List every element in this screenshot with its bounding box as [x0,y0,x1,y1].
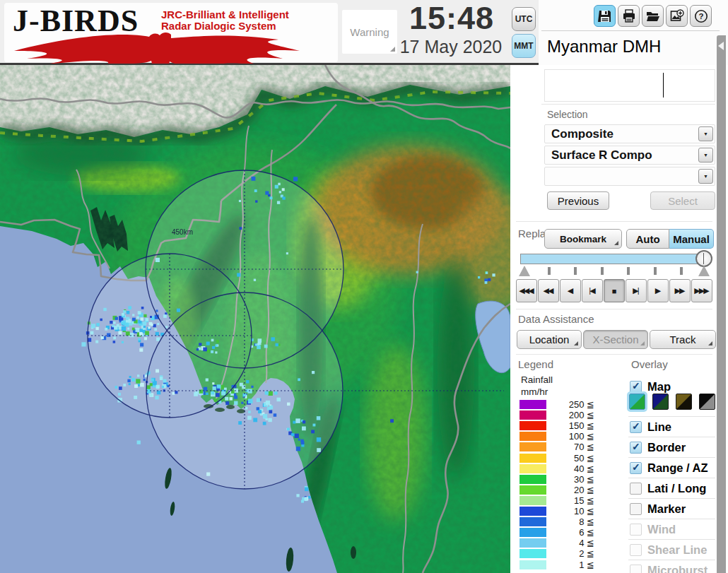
legend-threshold-label: 200 ≦ [549,410,594,420]
replay-timeline-track[interactable] [520,254,705,264]
map-style-swatch-3[interactable] [676,394,692,410]
timeline-end-marker[interactable] [698,266,710,276]
checkbox-lati-long[interactable] [630,483,642,495]
panel-collapse-strip[interactable] [717,35,726,573]
checkbox-range-az[interactable]: ✓ [630,462,642,474]
overlay-row-marker: Marker [628,498,715,519]
legend-threshold-label: 4 ≦ [549,538,594,548]
map-style-swatch-1[interactable] [629,394,645,410]
overlay-row-shear-line: Shear Line [628,539,715,560]
checkbox-shear-line [630,544,642,556]
message-area[interactable] [544,69,715,102]
legend-threshold-label: 10 ≦ [549,506,594,516]
checkbox-marker[interactable] [630,503,642,515]
radar-map[interactable]: 450km [0,65,510,573]
print-icon [622,9,636,23]
previous-button[interactable]: Previous [547,191,609,210]
dropdown-product-option-arrow-button[interactable]: ▼ [698,169,713,184]
dropdown-product-group[interactable]: Composite▼ [544,124,715,143]
separator [541,104,715,105]
legend-threshold-label: 70 ≦ [549,442,594,452]
clock-date: 17 May 2020 [387,37,515,57]
checkbox-wind [630,524,642,536]
checkbox-line[interactable]: ✓ [630,421,642,433]
dropdown-product-value: Surface R Compo [551,146,652,164]
add-image-button[interactable] [666,5,688,27]
help-button[interactable]: ? [690,5,712,27]
overlay-label: Line [647,420,671,434]
check-icon: ✓ [632,441,640,452]
legend-color-swatch [519,538,546,548]
collapse-arrow-icon [718,42,724,50]
x-section-button[interactable]: X-Section [583,330,648,349]
legend-unit-line2: mm/hr [521,386,548,397]
open-folder-button[interactable] [642,5,664,27]
legend-threshold-label: 8 ≦ [549,516,594,527]
legend-threshold-label: 40 ≦ [549,463,594,474]
legend-color-swatch [519,560,546,569]
map-style-swatch-2[interactable] [652,394,669,410]
overlay-section-label: Overlay [631,358,668,370]
toolbar: ? [594,5,712,27]
playback-controls: ◀◀◀◀◀◀|◀■▶|▶▶▶▶▶▶ [516,279,712,302]
legend-threshold-label: 6 ≦ [549,527,594,538]
fast-rewind-button[interactable]: ◀◀ [538,279,559,302]
previous-label: Previous [558,195,599,207]
check-icon: ✓ [632,461,640,473]
timeline-tick [601,267,604,275]
timeline-tick [548,267,551,275]
jbirds-app: J-BIRDS JRC-Brilliant & Intelligent Rada… [0,0,728,573]
stop-button[interactable]: ■ [604,279,625,302]
timezone-switch: UTCMMT [512,7,536,61]
header-right: ? Myanmar DMH [539,0,728,65]
legend-color-swatch [519,432,546,441]
dropdown-product-option[interactable]: ▼ [544,167,715,186]
play-button[interactable]: ▶ [647,279,669,302]
legend-threshold-label: 15 ≦ [549,495,594,506]
save-button[interactable] [594,5,616,27]
timeline-start-marker[interactable] [519,266,530,276]
check-icon: ✓ [632,420,640,432]
dropdown-product-group-arrow-button[interactable]: ▼ [698,126,713,141]
text-caret [663,73,664,98]
replay-timeline-thumb[interactable] [695,250,712,267]
checkbox-map[interactable]: ✓ [630,381,642,393]
legend-threshold-label: 150 ≦ [549,420,594,431]
checkbox-border[interactable]: ✓ [630,442,642,454]
select-button[interactable]: Select [650,191,715,210]
clock-time: 15:48 [393,0,510,37]
mmt-button[interactable]: MMT [512,34,536,58]
step-forward-button[interactable]: ▶| [626,279,647,302]
bookmark-button[interactable]: Bookmark [544,229,622,249]
location-button[interactable]: Location [517,330,582,349]
auto-button[interactable]: Auto [626,229,669,249]
print-button[interactable] [618,5,640,27]
manual-button[interactable]: Manual [669,229,714,249]
app-logo: J-BIRDS JRC-Brilliant & Intelligent Rada… [4,3,338,62]
add-image-icon [670,9,684,23]
toolbar-separator [541,30,720,31]
dropdown-product[interactable]: Surface R Compo▼ [544,146,715,165]
timeline-tick [680,267,683,275]
jump-to-end-button[interactable]: ▶▶▶ [691,279,712,302]
track-button[interactable]: Track [650,330,716,349]
overlay-label: Lati / Long [647,482,706,495]
play-reverse-button[interactable]: ◀ [560,279,581,302]
fast-forward-button[interactable]: ▶▶ [669,279,691,302]
jump-to-start-button[interactable]: ◀◀◀ [516,279,537,302]
separator [516,221,712,222]
step-back-button[interactable]: |◀ [582,279,603,302]
map-style-swatch-4[interactable] [699,394,715,410]
overlay-label: Range / AZ [647,461,708,475]
overlay-row-microburst: Microburst [628,560,715,573]
legend-color-swatch [519,464,546,473]
legend-unit-line1: Rainfall [521,374,553,385]
bookmark-label: Bookmark [560,234,606,244]
data-assistance-section-label: Data Assistance [518,313,594,325]
dropdown-product-group-value: Composite [551,125,613,143]
dropdown-product-arrow-button[interactable]: ▼ [698,148,713,163]
utc-button[interactable]: UTC [512,7,536,31]
overlay-row-lati-long: Lati / Long [628,478,715,499]
overlay-label: Shear Line [647,543,707,557]
legend-color-swatch [519,507,546,516]
